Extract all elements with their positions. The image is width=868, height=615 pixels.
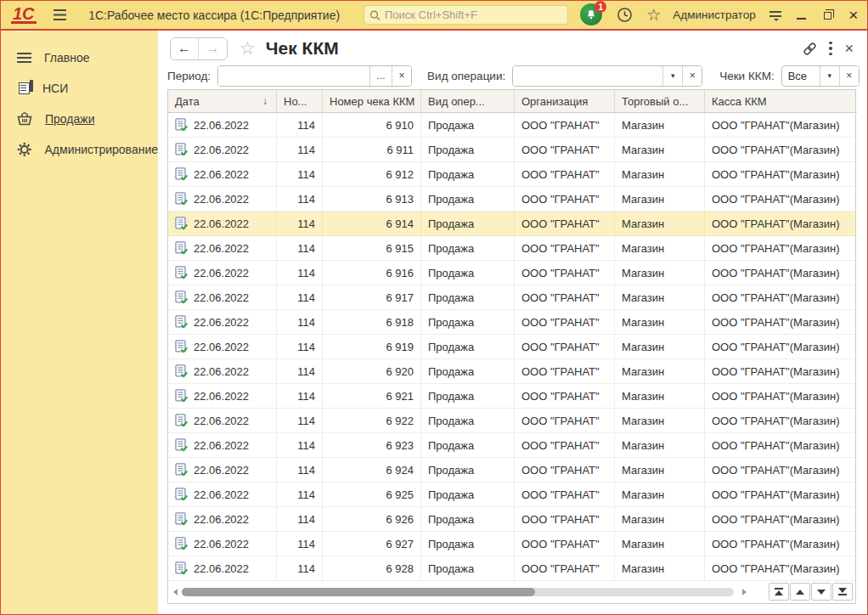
table-row[interactable]: 22.06.2022 114 6 918 Продажа ООО "ГРАНАТ… (168, 310, 855, 335)
cell-date-text: 22.06.2022 (194, 267, 249, 279)
more-menu-icon[interactable] (829, 42, 832, 55)
favorites-star-icon[interactable]: ☆ (646, 5, 661, 25)
cell-operation: Продажа (421, 556, 515, 581)
scroll-right-icon[interactable] (742, 589, 747, 595)
scrollbar-track[interactable] (182, 588, 734, 596)
table-row[interactable]: 22.06.2022 114 6 920 Продажа ООО "ГРАНАТ… (168, 359, 855, 384)
cell-operation: Продажа (421, 113, 515, 138)
operation-input[interactable] (513, 66, 662, 86)
table-row[interactable]: 22.06.2022 114 6 928 Продажа ООО "ГРАНАТ… (168, 556, 855, 581)
posted-document-icon (175, 561, 188, 575)
scrollbar-thumb[interactable] (182, 588, 535, 596)
posted-document-icon (175, 414, 188, 427)
scroll-left-icon[interactable] (173, 589, 178, 595)
add-to-favorites-icon[interactable]: ☆ (240, 38, 256, 59)
cell-organization: ООО "ГРАНАТ" (515, 310, 615, 335)
current-user[interactable]: Администратор (673, 8, 755, 21)
kkm-dropdown-icon[interactable]: ▾ (820, 66, 839, 86)
interface-settings-icon[interactable] (769, 9, 781, 21)
pages-icon (19, 82, 30, 94)
forward-button[interactable]: → (199, 38, 227, 59)
cell-organization: ООО "ГРАНАТ" (515, 507, 615, 532)
table-row[interactable]: 22.06.2022 114 6 915 Продажа ООО "ГРАНАТ… (168, 236, 855, 261)
table-row[interactable]: 22.06.2022 114 6 914 Продажа ООО "ГРАНАТ… (168, 212, 855, 236)
row-up-button[interactable] (790, 583, 810, 601)
col-header-organization[interactable]: Организация (515, 90, 615, 113)
restore-button[interactable] (822, 8, 832, 22)
cell-organization: ООО "ГРАНАТ" (515, 162, 615, 187)
col-header-shift[interactable]: Но... (277, 90, 323, 113)
table-body: 22.06.2022 114 6 910 Продажа ООО "ГРАНАТ… (168, 113, 855, 581)
cell-shift: 114 (277, 236, 323, 261)
cell-shift: 114 (277, 433, 323, 458)
period-choose-button[interactable]: ... (369, 66, 392, 86)
cell-date-text: 22.06.2022 (194, 144, 249, 156)
table-row[interactable]: 22.06.2022 114 6 923 Продажа ООО "ГРАНАТ… (168, 433, 855, 458)
back-button[interactable]: ← (171, 38, 199, 59)
col-header-outlet[interactable]: Торговый о... (615, 90, 705, 113)
cell-kkm: ООО "ГРАНАТ"(Магазин) (705, 384, 855, 409)
cell-number: 6 911 (323, 138, 421, 162)
close-window-button[interactable]: × (848, 8, 859, 22)
cell-number: 6 923 (323, 433, 421, 458)
cell-date-text: 22.06.2022 (194, 513, 249, 526)
close-form-button[interactable]: × (844, 42, 854, 54)
kkm-clear-icon[interactable]: × (839, 66, 859, 86)
cell-organization: ООО "ГРАНАТ" (515, 384, 615, 409)
table-row[interactable]: 22.06.2022 114 6 917 Продажа ООО "ГРАНАТ… (168, 285, 855, 310)
col-header-operation[interactable]: Вид опер... (421, 90, 515, 113)
col-header-number[interactable]: Номер чека ККМ (323, 90, 421, 113)
row-down-button[interactable] (811, 583, 831, 601)
main-menu-icon[interactable] (54, 9, 67, 21)
cell-operation: Продажа (421, 458, 515, 482)
operation-clear-icon[interactable]: × (682, 66, 702, 86)
sidebar-item-prodazhi[interactable]: Продажи (1, 104, 158, 134)
cell-shift: 114 (277, 138, 323, 162)
search-icon (369, 9, 380, 21)
app-title: 1С:Рабочее место кассира (1С:Предприятие… (88, 8, 340, 22)
table-row[interactable]: 22.06.2022 114 6 922 Продажа ООО "ГРАНАТ… (168, 409, 855, 433)
sidebar-item-glavnoe[interactable]: Главное (1, 42, 158, 73)
table-row[interactable]: 22.06.2022 114 6 911 Продажа ООО "ГРАНАТ… (168, 138, 855, 162)
go-to-bottom-button[interactable] (832, 583, 853, 601)
cell-date-text: 22.06.2022 (194, 119, 249, 132)
cell-outlet: Магазин (615, 310, 705, 335)
table-row[interactable]: 22.06.2022 114 6 916 Продажа ООО "ГРАНАТ… (168, 261, 855, 285)
period-field-group: ... × (217, 65, 412, 87)
search-input[interactable] (385, 8, 562, 21)
period-input[interactable] (218, 66, 369, 86)
basket-icon (17, 112, 32, 126)
sidebar-item-nsi[interactable]: НСИ (1, 73, 158, 104)
table-row[interactable]: 22.06.2022 114 6 924 Продажа ООО "ГРАНАТ… (168, 458, 855, 482)
operation-dropdown-icon[interactable]: ▾ (662, 66, 682, 86)
cell-outlet: Магазин (615, 532, 705, 556)
table-row[interactable]: 22.06.2022 114 6 925 Продажа ООО "ГРАНАТ… (168, 482, 855, 507)
cell-operation: Продажа (421, 212, 515, 236)
col-header-kkm[interactable]: Касса ККМ (705, 90, 857, 113)
get-link-icon[interactable] (803, 42, 817, 56)
cell-operation: Продажа (421, 236, 515, 261)
cell-date-text: 22.06.2022 (194, 291, 249, 304)
period-clear-icon[interactable]: × (392, 66, 411, 86)
table-row[interactable]: 22.06.2022 114 6 910 Продажа ООО "ГРАНАТ… (168, 113, 855, 138)
table-row[interactable]: 22.06.2022 114 6 921 Продажа ООО "ГРАНАТ… (168, 384, 855, 409)
cell-shift: 114 (277, 409, 323, 433)
table-row[interactable]: 22.06.2022 114 6 919 Продажа ООО "ГРАНАТ… (168, 335, 855, 359)
col-header-date[interactable]: Дата ↓ (168, 90, 277, 113)
cell-kkm: ООО "ГРАНАТ"(Магазин) (705, 359, 855, 384)
table-row[interactable]: 22.06.2022 114 6 912 Продажа ООО "ГРАНАТ… (168, 162, 855, 187)
sidebar-item-administrirovanie[interactable]: Администрирование (1, 134, 158, 165)
minimize-button[interactable] (797, 8, 807, 22)
history-icon[interactable] (617, 7, 633, 23)
notifications-button[interactable]: 1 (580, 3, 603, 26)
operation-label: Вид операции: (427, 70, 505, 82)
kkm-filter-value[interactable]: Все (782, 66, 820, 86)
cell-outlet: Магазин (615, 212, 705, 236)
table-row[interactable]: 22.06.2022 114 6 926 Продажа ООО "ГРАНАТ… (168, 507, 855, 532)
cell-date-text: 22.06.2022 (194, 464, 249, 477)
global-search[interactable] (364, 5, 568, 25)
table-row[interactable]: 22.06.2022 114 6 927 Продажа ООО "ГРАНАТ… (168, 532, 855, 556)
operation-field-group: ▾ × (512, 65, 702, 87)
go-to-top-button[interactable] (769, 583, 789, 601)
table-row[interactable]: 22.06.2022 114 6 913 Продажа ООО "ГРАНАТ… (168, 187, 855, 212)
